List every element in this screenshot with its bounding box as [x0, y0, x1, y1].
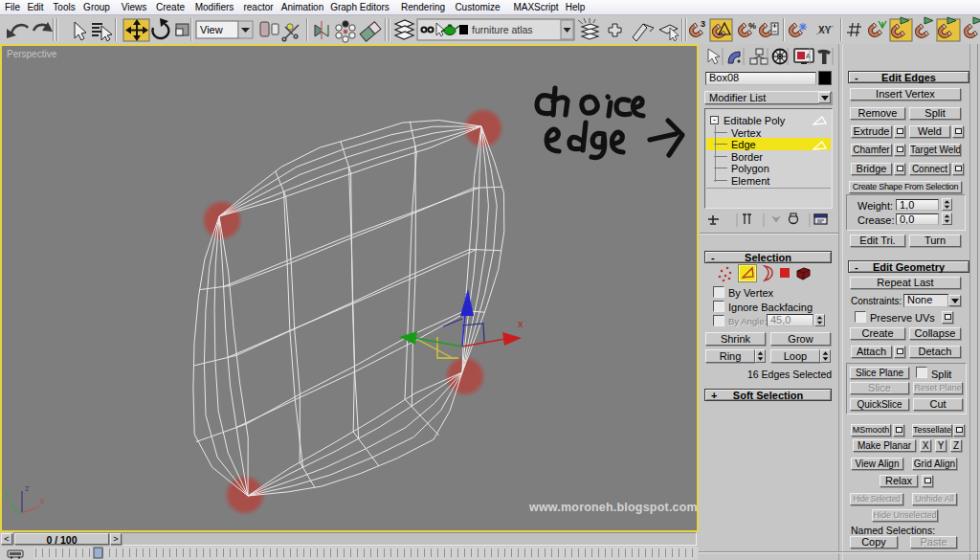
svg-text:furniture atlas: furniture atlas: [472, 24, 533, 35]
svg-text:y: y: [4, 488, 9, 498]
svg-text:x: x: [40, 496, 45, 505]
svg-text:z: z: [25, 483, 30, 493]
svg-text:z: z: [464, 291, 469, 301]
svg-text:%: %: [748, 21, 756, 31]
svg-text:3: 3: [701, 19, 705, 29]
svg-text:View: View: [200, 24, 223, 35]
svg-text:x: x: [518, 318, 523, 329]
